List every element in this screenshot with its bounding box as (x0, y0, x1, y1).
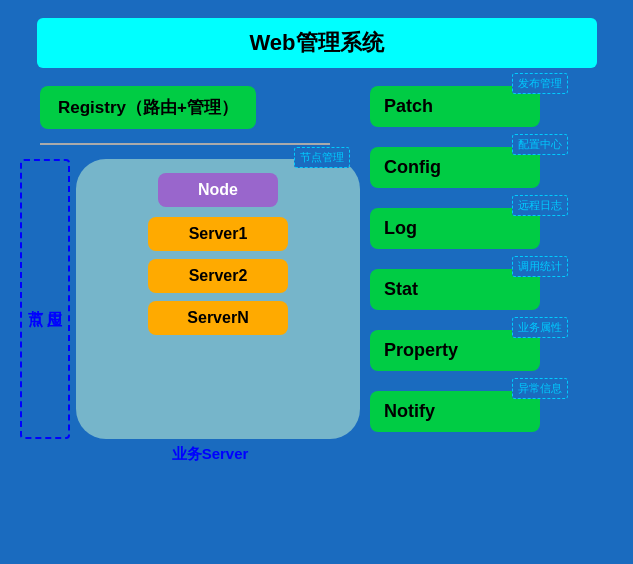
node-box: Node (158, 173, 278, 207)
business-server-label: 业务Server (60, 445, 360, 464)
service-stat: 调用统计 Stat (370, 269, 570, 310)
service-config: 配置中心 Config (370, 147, 570, 188)
patch-tag: 发布管理 (512, 73, 568, 94)
server2-box: Server2 (148, 259, 288, 293)
right-panel: 发布管理 Patch 配置中心 Config 远程日志 Log 调用统计 Sta… (370, 86, 570, 464)
main-container: Web管理系统 Registry（路由+管理） 应用节点 节点管理 Node S… (0, 0, 633, 564)
serverN-box: ServerN (148, 301, 288, 335)
service-log: 远程日志 Log (370, 208, 570, 249)
server1-box: Server1 (148, 217, 288, 251)
node-mgmt-label: 节点管理 (294, 147, 350, 168)
page-title: Web管理系统 (37, 18, 597, 68)
stat-tag: 调用统计 (512, 256, 568, 277)
service-patch: 发布管理 Patch (370, 86, 570, 127)
property-tag: 业务属性 (512, 317, 568, 338)
registry-box: Registry（路由+管理） (40, 86, 256, 129)
log-tag: 远程日志 (512, 195, 568, 216)
service-property: 业务属性 Property (370, 330, 570, 371)
left-panel: Registry（路由+管理） 应用节点 节点管理 Node Server1 S… (20, 86, 360, 464)
node-container: 节点管理 Node Server1 Server2 ServerN (76, 159, 360, 439)
content-area: Registry（路由+管理） 应用节点 节点管理 Node Server1 S… (20, 86, 613, 464)
config-tag: 配置中心 (512, 134, 568, 155)
notify-tag: 异常信息 (512, 378, 568, 399)
app-outer: 应用节点 节点管理 Node Server1 Server2 ServerN (20, 159, 360, 439)
divider (40, 143, 330, 145)
app-node-label: 应用节点 (20, 159, 70, 439)
service-notify: 异常信息 Notify (370, 391, 570, 432)
